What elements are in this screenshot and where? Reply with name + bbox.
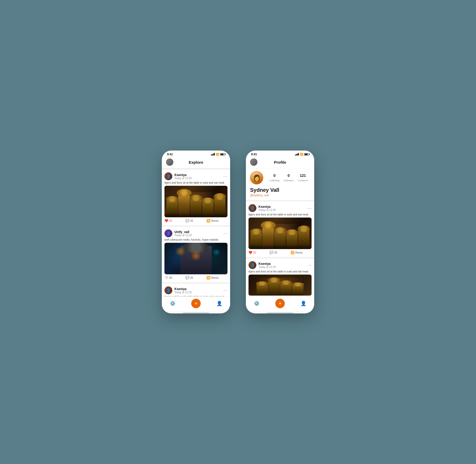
profile-handle: @Sydeny_vall bbox=[250, 194, 310, 197]
post-2-username: Unify_vall bbox=[174, 230, 223, 234]
profile-post-1-more-button[interactable]: ⋯ bbox=[307, 206, 312, 211]
profile-battery-icon bbox=[304, 153, 309, 156]
profile-add-label: + bbox=[278, 301, 282, 307]
post-1-more-button[interactable]: ⋯ bbox=[223, 174, 227, 179]
profile-time: 9:41 bbox=[251, 153, 257, 156]
post-1-description: tigers and lions sit at the table in sui… bbox=[164, 181, 227, 184]
profile-home-indicator bbox=[267, 312, 293, 313]
profile-heart-icon: ❤️ bbox=[249, 251, 252, 254]
profile-post-2-meta: Kseniya Today at 12:29 bbox=[258, 262, 307, 269]
post-1-likes: 50 bbox=[169, 219, 172, 222]
profile-title: Profile bbox=[257, 160, 303, 164]
post-2-remix-button[interactable]: 🔀 Remix bbox=[206, 276, 227, 280]
profile-post-1-avatar bbox=[249, 204, 256, 212]
post-1-meta: Kseniya Today at 12:29 bbox=[174, 173, 223, 180]
post-1-comment-button[interactable]: 💬 25 bbox=[185, 219, 206, 223]
explore-status-icons: 📶 bbox=[211, 153, 225, 156]
profile-post-1-time: Today at 12:29 bbox=[258, 209, 307, 212]
followers-label: Followers bbox=[283, 179, 294, 182]
post-2-like-button[interactable]: 🤍 50 bbox=[164, 276, 185, 280]
profile-phone: 9:41 📶 Profile bbox=[246, 151, 314, 313]
post-3-meta: Kseniya Today at 12:29 bbox=[174, 287, 223, 294]
profile-nav-add-button[interactable]: + bbox=[275, 299, 285, 308]
phones-container: 9:41 📶 Explore bbox=[162, 151, 314, 313]
nav-explore-button[interactable]: ⚙️ bbox=[170, 301, 175, 306]
post-1-username: Kseniya bbox=[174, 173, 223, 177]
explore-title: Explore bbox=[173, 160, 219, 164]
profile-post-2-more-button[interactable]: ⋯ bbox=[307, 263, 312, 268]
post-2-header: Unify_vall Today at 12:29 ⋯ bbox=[164, 229, 227, 237]
nav-add-button[interactable]: + bbox=[191, 299, 201, 308]
heart-icon: ❤️ bbox=[164, 219, 168, 223]
comment-icon-2: 💬 bbox=[185, 276, 189, 280]
profile-header-avatar bbox=[250, 158, 257, 166]
remix-icon-2: 🔀 bbox=[206, 276, 210, 280]
nav-profile-button[interactable]: 👤 bbox=[216, 301, 222, 306]
followers-count: 0 bbox=[283, 173, 294, 178]
profile-post-1-remix-label: Remix bbox=[295, 251, 303, 254]
profile-post-1-likes: 50 bbox=[253, 251, 256, 254]
profile-status-bar: 9:41 📶 bbox=[246, 151, 314, 157]
post-1-image bbox=[164, 186, 227, 217]
post-1-remix-button[interactable]: 🔀 Remix bbox=[206, 219, 227, 223]
post-3-username: Kseniya bbox=[174, 287, 223, 291]
post-2-more-button[interactable]: ⋯ bbox=[223, 231, 227, 236]
following-count: 0 bbox=[270, 173, 280, 178]
post-2: Unify_vall Today at 12:29 ⋯ wolf cyberpu… bbox=[162, 227, 230, 282]
profile-post-1-username: Kseniya bbox=[258, 205, 307, 209]
profile-explore-nav-icon: ⚙️ bbox=[254, 301, 260, 306]
profile-profile-nav-icon: 👤 bbox=[301, 301, 306, 306]
profile-post-1-comment-button[interactable]: 💬 25 bbox=[270, 251, 291, 254]
profile-post-2-avatar bbox=[249, 261, 256, 269]
explore-feed[interactable]: Kseniya Today at 12:29 ⋯ tigers and lion… bbox=[162, 168, 230, 296]
post-1-comments: 25 bbox=[190, 219, 193, 222]
profile-post-2-description: tigers and lions sit at the table in sui… bbox=[249, 270, 312, 273]
profile-section: 👩 0 Following 0 Followers 121 bbox=[246, 168, 314, 200]
profile-post-1-remix-button[interactable]: 🔀 Remix bbox=[291, 251, 312, 254]
profile-post-2-header: Kseniya Today at 12:29 ⋯ bbox=[249, 261, 312, 269]
stat-following: 0 Following bbox=[270, 173, 280, 182]
stat-followers: 0 Followers bbox=[283, 173, 294, 182]
heart-outline-icon: 🤍 bbox=[164, 276, 168, 280]
signal-icon bbox=[211, 153, 215, 156]
profile-add-icon[interactable]: + bbox=[275, 299, 285, 308]
post-1-actions: ❤️ 50 💬 25 🔀 Remix bbox=[164, 219, 227, 223]
post-2-comment-button[interactable]: 💬 25 bbox=[185, 276, 206, 280]
creations-count: 121 bbox=[298, 173, 308, 178]
profile-post-1-image bbox=[249, 218, 312, 249]
post-3: Kseniya Today at 12:29 ⋯ tigers and lion… bbox=[162, 284, 230, 296]
profile-nav-explore-button[interactable]: ⚙️ bbox=[254, 301, 260, 306]
following-label: Following bbox=[270, 179, 280, 182]
profile-post-2-time: Today at 12:29 bbox=[258, 266, 307, 269]
post-3-more-button[interactable]: ⋯ bbox=[223, 288, 227, 293]
post-2-likes: 50 bbox=[169, 276, 172, 279]
explore-header: Explore bbox=[162, 157, 230, 168]
post-1-like-button[interactable]: ❤️ 50 bbox=[164, 219, 185, 223]
post-3-avatar bbox=[164, 286, 172, 294]
post-1-time: Today at 12:29 bbox=[174, 177, 223, 180]
add-label: + bbox=[194, 301, 198, 307]
profile-bottom-nav: ⚙️ + 👤 bbox=[246, 296, 314, 311]
profile-post-2-image bbox=[249, 275, 312, 296]
post-1-header: Kseniya Today at 12:29 ⋯ bbox=[164, 172, 227, 180]
explore-time: 9:41 bbox=[167, 153, 173, 156]
profile-feed[interactable]: 👩 0 Following 0 Followers 121 bbox=[246, 168, 314, 296]
post-3-time: Today at 12:29 bbox=[174, 291, 223, 294]
profile-post-1-actions: ❤️ 50 💬 25 🔀 Remix bbox=[249, 251, 312, 254]
add-icon[interactable]: + bbox=[191, 299, 201, 308]
remix-icon: 🔀 bbox=[206, 219, 210, 223]
profile-wifi-icon: 📶 bbox=[300, 153, 303, 156]
explore-bottom-nav: ⚙️ + 👤 bbox=[162, 296, 230, 311]
wifi-icon: 📶 bbox=[216, 153, 219, 156]
stat-creations: 121 Creations bbox=[298, 173, 308, 182]
post-2-comments: 25 bbox=[190, 276, 193, 279]
profile-header: Profile bbox=[246, 157, 314, 168]
profile-nav-profile-button[interactable]: 👤 bbox=[301, 301, 306, 306]
profile-post-1-comments: 25 bbox=[274, 251, 277, 254]
profile-stats: 0 Following 0 Followers 121 Creations bbox=[267, 173, 310, 182]
profile-post-1-like-button[interactable]: ❤️ 50 bbox=[249, 251, 270, 254]
post-1-remix-label: Remix bbox=[211, 219, 219, 222]
profile-post-1: Kseniya Today at 12:29 ⋯ tigers and lion… bbox=[246, 202, 314, 257]
profile-avatar-image: 👩 bbox=[251, 172, 263, 184]
post-2-image bbox=[164, 243, 227, 274]
